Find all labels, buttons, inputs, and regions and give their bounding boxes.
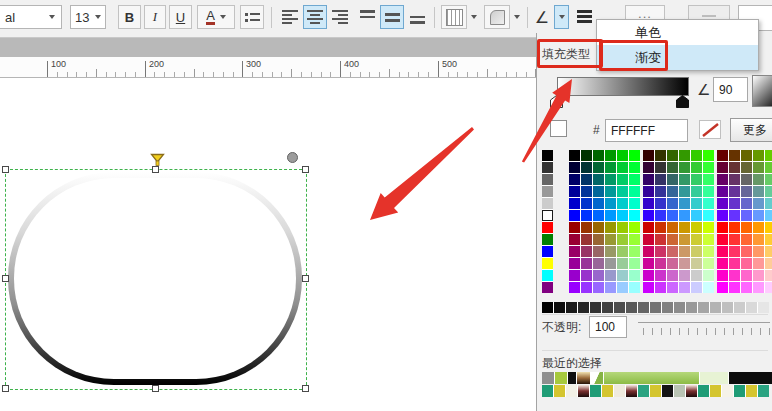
palette-color-swatch[interactable] <box>741 270 752 281</box>
palette-color-swatch[interactable] <box>679 270 690 281</box>
palette-color-swatch[interactable] <box>605 234 616 245</box>
recent-color-swatch[interactable] <box>577 372 590 384</box>
palette-color-swatch[interactable] <box>643 282 654 293</box>
standard-color-swatch[interactable] <box>542 222 553 233</box>
palette-color-swatch[interactable] <box>605 186 616 197</box>
resize-handle-ne[interactable] <box>302 166 309 173</box>
palette-color-swatch[interactable] <box>655 258 666 269</box>
palette-color-swatch[interactable] <box>605 210 616 221</box>
recent-color-swatch[interactable] <box>674 385 685 397</box>
palette-color-swatch[interactable] <box>679 150 690 161</box>
palette-color-swatch[interactable] <box>703 270 714 281</box>
standard-color-swatch[interactable] <box>542 246 553 257</box>
palette-color-swatch[interactable] <box>703 162 714 173</box>
gradient-stop-start[interactable] <box>550 95 563 108</box>
palette-color-swatch[interactable] <box>729 222 740 233</box>
palette-color-swatch[interactable] <box>729 198 740 209</box>
palette-color-swatch[interactable] <box>667 234 678 245</box>
palette-color-swatch[interactable] <box>753 234 764 245</box>
palette-color-swatch[interactable] <box>753 282 764 293</box>
palette-color-swatch[interactable] <box>679 258 690 269</box>
palette-color-swatch[interactable] <box>593 246 604 257</box>
grayscale-swatch[interactable] <box>566 302 577 313</box>
palette-color-swatch[interactable] <box>629 186 640 197</box>
palette-color-swatch[interactable] <box>703 222 714 233</box>
palette-color-swatch[interactable] <box>667 246 678 257</box>
palette-color-swatch[interactable] <box>765 246 772 257</box>
recent-color-swatch[interactable] <box>746 385 757 397</box>
grayscale-swatch[interactable] <box>710 302 721 313</box>
palette-color-swatch[interactable] <box>667 150 678 161</box>
grayscale-swatch[interactable] <box>746 302 757 313</box>
palette-color-swatch[interactable] <box>679 222 690 233</box>
palette-color-swatch[interactable] <box>679 234 690 245</box>
palette-color-swatch[interactable] <box>667 186 678 197</box>
palette-color-swatch[interactable] <box>765 258 772 269</box>
palette-color-swatch[interactable] <box>691 162 702 173</box>
palette-color-swatch[interactable] <box>691 246 702 257</box>
palette-color-swatch[interactable] <box>729 150 740 161</box>
palette-color-swatch[interactable] <box>593 258 604 269</box>
recent-color-swatch[interactable] <box>542 372 554 384</box>
palette-color-swatch[interactable] <box>605 270 616 281</box>
palette-color-swatch[interactable] <box>593 198 604 209</box>
palette-color-swatch[interactable] <box>729 270 740 281</box>
palette-color-swatch[interactable] <box>605 174 616 185</box>
palette-color-swatch[interactable] <box>629 246 640 257</box>
palette-color-swatch[interactable] <box>629 282 640 293</box>
palette-color-swatch[interactable] <box>655 174 666 185</box>
standard-color-swatch[interactable] <box>542 270 553 281</box>
palette-color-swatch[interactable] <box>629 162 640 173</box>
palette-color-swatch[interactable] <box>717 246 728 257</box>
palette-color-swatch[interactable] <box>679 162 690 173</box>
palette-color-swatch[interactable] <box>655 270 666 281</box>
align-right-button[interactable] <box>328 5 352 29</box>
recent-color-swatch[interactable] <box>604 372 699 384</box>
palette-color-swatch[interactable] <box>753 186 764 197</box>
palette-color-swatch[interactable] <box>655 186 666 197</box>
palette-color-swatch[interactable] <box>741 246 752 257</box>
palette-color-swatch[interactable] <box>667 174 678 185</box>
palette-color-swatch[interactable] <box>643 162 654 173</box>
palette-color-swatch[interactable] <box>629 150 640 161</box>
align-center-button[interactable] <box>303 5 327 29</box>
palette-color-swatch[interactable] <box>729 282 740 293</box>
no-fill-button[interactable] <box>699 120 721 139</box>
palette-color-swatch[interactable] <box>753 198 764 209</box>
palette-color-swatch[interactable] <box>605 198 616 209</box>
gradient-preview-swatch[interactable] <box>752 75 772 107</box>
palette-color-swatch[interactable] <box>741 210 752 221</box>
palette-color-swatch[interactable] <box>569 270 580 281</box>
corner-radius-button[interactable] <box>484 5 510 29</box>
palette-color-swatch[interactable] <box>581 198 592 209</box>
valign-middle-button[interactable] <box>380 5 404 29</box>
recent-color-swatch[interactable] <box>626 385 637 397</box>
font-size-dropdown[interactable]: 13 <box>70 5 106 29</box>
palette-color-swatch[interactable] <box>679 198 690 209</box>
recent-color-swatch[interactable] <box>700 372 728 384</box>
palette-color-swatch[interactable] <box>691 258 702 269</box>
recent-color-swatch[interactable] <box>686 385 697 397</box>
palette-color-swatch[interactable] <box>679 282 690 293</box>
border-style-caret[interactable] <box>467 5 481 29</box>
underline-button[interactable]: U <box>169 5 192 29</box>
palette-color-swatch[interactable] <box>629 222 640 233</box>
grayscale-swatch[interactable] <box>542 302 553 313</box>
grayscale-swatch[interactable] <box>662 302 673 313</box>
palette-color-swatch[interactable] <box>741 282 752 293</box>
palette-color-swatch[interactable] <box>717 222 728 233</box>
standard-color-swatch[interactable] <box>542 258 553 269</box>
standard-color-swatch[interactable] <box>542 282 553 293</box>
palette-color-swatch[interactable] <box>679 246 690 257</box>
palette-color-swatch[interactable] <box>581 162 592 173</box>
palette-color-swatch[interactable] <box>717 150 728 161</box>
border-style-button[interactable] <box>441 5 467 29</box>
palette-color-swatch[interactable] <box>667 162 678 173</box>
palette-color-swatch[interactable] <box>753 246 764 257</box>
palette-color-swatch[interactable] <box>717 186 728 197</box>
recent-color-swatch[interactable] <box>591 372 603 384</box>
gradient-angle-input[interactable]: 90 <box>713 77 748 102</box>
palette-color-swatch[interactable] <box>741 186 752 197</box>
palette-color-swatch[interactable] <box>569 282 580 293</box>
palette-color-swatch[interactable] <box>643 258 654 269</box>
